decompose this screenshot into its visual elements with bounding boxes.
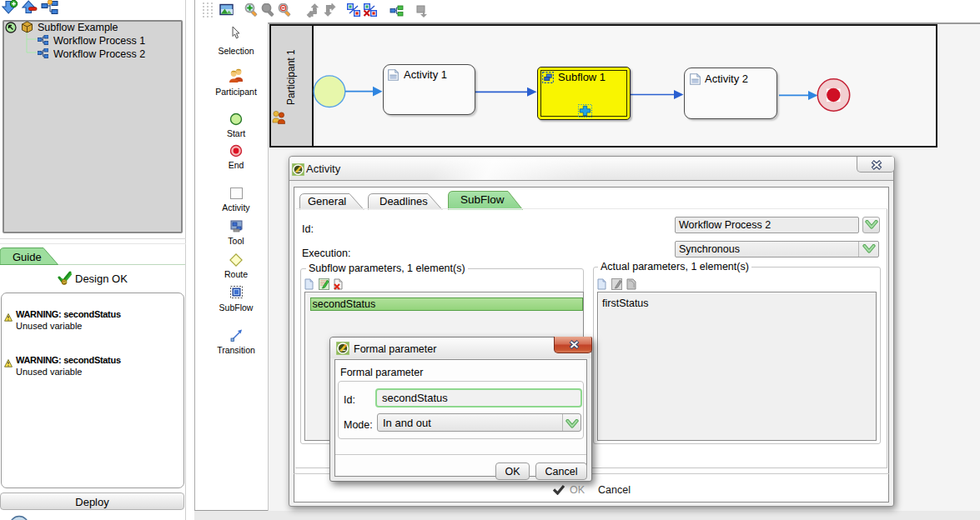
svg-text:G: G (63, 280, 66, 285)
